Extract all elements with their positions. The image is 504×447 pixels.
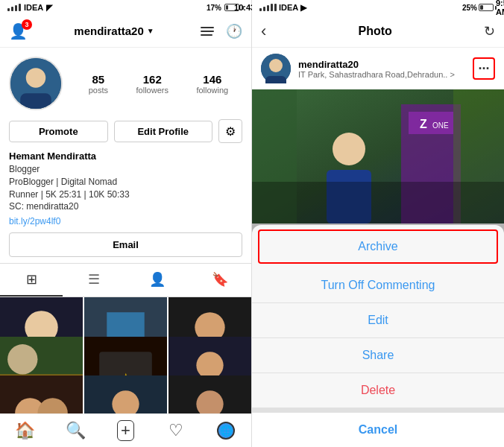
globe-icon: 🌐: [217, 422, 235, 440]
edit-profile-button[interactable]: Edit Profile: [114, 121, 213, 142]
wifi-icon-left: ◤: [46, 3, 52, 13]
wifi-icon-right: ▶: [300, 3, 306, 13]
archive-button[interactable]: Archive: [258, 229, 498, 264]
svg-text:Z: Z: [420, 118, 427, 130]
email-button[interactable]: Email: [9, 232, 242, 257]
promote-button[interactable]: Promote: [9, 121, 108, 142]
detail-username: mendiratta20: [298, 59, 465, 70]
list-icon: ☰: [88, 271, 100, 288]
grid-photo-9[interactable]: [168, 375, 251, 413]
tab-list[interactable]: ☰: [63, 264, 125, 297]
share-button[interactable]: Share: [252, 338, 504, 373]
svg-text:ONE: ONE: [432, 121, 449, 130]
top-nav-right: ‹ Photo ↻: [252, 15, 504, 48]
stat-posts: 85 posts: [89, 73, 108, 95]
delete-button[interactable]: Delete: [252, 373, 504, 408]
followers-count: 162: [143, 73, 162, 86]
status-bar-left: IDEA ◤ 10:43 AM 17%: [0, 0, 251, 15]
nav-profile-button[interactable]: 🌐: [201, 420, 251, 441]
avatar-image: [10, 58, 61, 109]
add-friend-button[interactable]: 👤 3: [9, 22, 28, 40]
nav-search-button[interactable]: 🔍: [50, 420, 100, 441]
time-right: 9:53 AM: [496, 0, 504, 16]
carrier-right: IDEA: [279, 3, 298, 12]
posts-count: 85: [92, 73, 105, 86]
username-text: mendiratta20: [74, 25, 143, 37]
battery-pct-right: 25%: [462, 4, 477, 12]
status-bar-right: IDEA ▶ 9:53 AM 25%: [252, 0, 504, 15]
cancel-button[interactable]: Cancel: [252, 408, 504, 447]
svg-point-14: [7, 344, 37, 374]
profile-sc: SC: mendiratta20: [9, 201, 78, 212]
action-sheet: Archive Turn Off Commenting Edit Share D…: [252, 225, 504, 447]
status-left: IDEA ◤: [7, 3, 52, 13]
svg-point-19: [196, 352, 223, 378]
edit-photo-button[interactable]: Edit: [252, 303, 504, 338]
grid-icon: ⊞: [26, 271, 37, 288]
nav-heart-button[interactable]: ♡: [151, 420, 201, 441]
profile-name: Hemant Mendiratta: [9, 150, 242, 162]
settings-button[interactable]: ⚙: [218, 119, 242, 143]
back-button[interactable]: ‹: [261, 22, 266, 41]
nav-add-button[interactable]: +: [101, 420, 151, 441]
gear-icon: ⚙: [225, 124, 236, 139]
detail-avatar: [261, 54, 291, 83]
svg-point-39: [333, 133, 365, 165]
battery-left: [224, 4, 239, 11]
nav-home-button[interactable]: 🏠: [0, 420, 50, 441]
tab-grid[interactable]: ⊞: [0, 264, 63, 297]
profile-bio-line1: ProBlogger | Digital Nomad: [9, 177, 117, 187]
top-nav-left: 👤 3 mendiratta20 ▼ 🕐: [0, 15, 251, 48]
home-icon: 🏠: [15, 421, 35, 440]
tab-saved[interactable]: 🔖: [189, 264, 251, 297]
profile-actions: Promote Edit Profile ⚙: [9, 119, 242, 143]
username-nav: mendiratta20 ▼: [74, 25, 154, 37]
person-icon: 👤: [149, 271, 166, 288]
avatar: [9, 57, 63, 110]
more-options-button[interactable]: ···: [473, 57, 495, 80]
profile-section: 85 posts 162 followers 146 following Pro…: [0, 48, 251, 263]
stat-followers: 162 followers: [136, 73, 168, 95]
profile-bio: Blogger ProBlogger | Digital Nomad Runne…: [9, 163, 242, 213]
svg-rect-2: [20, 93, 51, 110]
clock-icon[interactable]: 🕐: [226, 23, 242, 39]
notification-badge: 3: [22, 19, 32, 30]
nav-icons: 🕐: [201, 23, 242, 39]
bottom-nav: 🏠 🔍 + ♡ 🌐: [0, 413, 251, 447]
stats-row: 85 posts 162 followers 146 following: [75, 73, 242, 95]
profile-bio-line2: Runner | 5K 25:31 | 10K 50:33: [9, 189, 130, 200]
status-left-right: IDEA ▶: [259, 3, 306, 13]
status-right-right: 25%: [462, 4, 497, 12]
refresh-button[interactable]: ↻: [484, 23, 495, 39]
photo-title: Photo: [359, 25, 392, 38]
grid-photo-7[interactable]: [0, 375, 83, 413]
svg-point-1: [26, 68, 45, 87]
analytics-icon[interactable]: [201, 27, 214, 36]
avatar-svg: [10, 57, 61, 110]
right-panel: IDEA ▶ 9:53 AM 25% ‹ Photo ↻ mendiratta2…: [252, 0, 504, 447]
followers-label: followers: [136, 86, 168, 95]
profile-tab-bar: ⊞ ☰ 👤 🔖: [0, 263, 251, 297]
photo-grid: ★ FINISH: [0, 297, 251, 413]
svg-text:FINISH: FINISH: [113, 413, 138, 413]
status-right-left: 17%: [207, 4, 244, 12]
grid-photo-8[interactable]: FINISH: [84, 375, 167, 413]
tab-tagged[interactable]: 👤: [126, 264, 189, 297]
search-icon: 🔍: [66, 421, 86, 440]
profile-top: 85 posts 162 followers 146 following: [9, 57, 242, 110]
svg-rect-33: [265, 76, 286, 83]
svg-point-32: [269, 59, 283, 72]
signal-dots-right: [259, 4, 277, 11]
photo-detail-header: mendiratta20 IT Park, Sahastradhara Road…: [252, 48, 504, 89]
turn-off-commenting-button[interactable]: Turn Off Commenting: [252, 268, 504, 303]
profile-title: Blogger: [9, 164, 40, 174]
detail-user-info: mendiratta20 IT Park, Sahastradhara Road…: [298, 59, 465, 79]
left-panel: IDEA ◤ 10:43 AM 17% 👤 3 mendiratta20 ▼: [0, 0, 252, 447]
profile-link[interactable]: bit.ly/2pw4lf0: [9, 216, 242, 226]
stat-following: 146 following: [196, 73, 228, 95]
heart-icon: ♡: [168, 421, 183, 440]
chevron-down-icon[interactable]: ▼: [147, 27, 154, 35]
battery-right: [479, 4, 494, 11]
ellipsis-icon: ···: [478, 61, 489, 77]
carrier-left: IDEA: [24, 3, 43, 12]
